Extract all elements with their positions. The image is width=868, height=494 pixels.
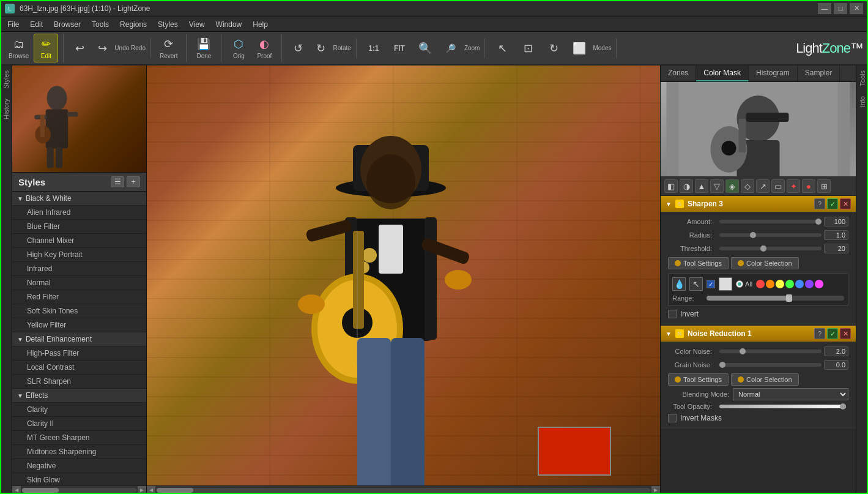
radius-value[interactable]: 1.0 — [824, 230, 848, 240]
scroll-left-button[interactable]: ◀ — [12, 486, 21, 495]
radius-slider[interactable] — [719, 233, 822, 237]
style-clarity[interactable]: Clarity — [12, 403, 146, 417]
zoom-fit-button[interactable]: FIT — [387, 42, 412, 55]
style-midtones-sharpening[interactable]: Midtones Sharpening — [12, 445, 146, 459]
noise-icon[interactable]: ⊞ — [817, 179, 831, 193]
noise-enable-button[interactable]: ✓ — [827, 328, 838, 339]
rotate-cw-button[interactable]: ↻ — [310, 39, 332, 58]
levels-icon[interactable]: ▭ — [771, 179, 785, 193]
tab-color-mask[interactable]: Color Mask — [696, 65, 749, 81]
magenta-dot[interactable] — [815, 280, 823, 288]
amount-value[interactable]: 100 — [824, 217, 848, 226]
color2-icon[interactable]: ◇ — [741, 179, 754, 193]
red-icon[interactable]: ● — [802, 179, 815, 193]
cursor-icon[interactable]: ↖ — [689, 277, 703, 291]
style-alien-infrared[interactable]: Alien Infrared — [12, 206, 146, 220]
redo-button[interactable]: ↪ — [91, 39, 113, 58]
sharpen-tool-settings-button[interactable]: Tool Settings — [668, 257, 729, 269]
maximize-button[interactable]: □ — [834, 3, 847, 14]
noise-help-button[interactable]: ? — [814, 328, 825, 339]
menu-edit[interactable]: Edit — [25, 19, 48, 30]
info-side-label[interactable]: Info — [858, 91, 867, 112]
grain-noise-value[interactable]: 0.0 — [824, 360, 848, 370]
orig-button[interactable]: ⬡ Orig — [226, 34, 251, 62]
zoom-in-button[interactable]: 🔍 — [413, 39, 437, 58]
red-dot[interactable] — [756, 280, 765, 288]
style-negative[interactable]: Negative — [12, 459, 146, 473]
tab-histogram[interactable]: Histogram — [749, 65, 798, 81]
brightness-icon[interactable]: ◑ — [680, 179, 693, 193]
styles-list[interactable]: ▼ Black & White Alien Infrared Blue Filt… — [12, 192, 146, 485]
threshold-value[interactable]: 20 — [824, 244, 848, 253]
color-noise-slider[interactable] — [719, 350, 822, 353]
hscroll-track[interactable] — [22, 488, 136, 493]
select-mode-button[interactable]: ↖ — [490, 39, 514, 58]
color-icon[interactable]: ◈ — [725, 179, 739, 193]
minimize-button[interactable]: — — [818, 3, 831, 14]
browse-button[interactable]: 🗂 Browse — [5, 34, 32, 62]
threshold-slider[interactable] — [719, 247, 822, 250]
sharpen-color-selection-button[interactable]: Color Selection — [731, 257, 799, 269]
range-slider[interactable] — [707, 296, 844, 301]
done-button[interactable]: 💾 Done — [191, 34, 216, 62]
style-clarity-ii[interactable]: Clarity II — [12, 417, 146, 431]
orange-dot[interactable] — [766, 280, 774, 288]
menu-help[interactable]: Help — [248, 19, 273, 30]
zoom-1to1-button[interactable]: 1:1 — [362, 42, 386, 55]
menu-window[interactable]: Window — [211, 19, 247, 30]
rotate-mode-button[interactable]: ↻ — [541, 39, 566, 58]
menu-regions[interactable]: Regions — [115, 19, 152, 30]
undo-button[interactable]: ↩ — [69, 39, 91, 58]
crop-mode-button[interactable]: ⊡ — [516, 39, 540, 58]
style-skin-glow[interactable]: Skin Glow — [12, 473, 146, 485]
styles-add-button[interactable]: + — [127, 176, 140, 187]
style-highpass-filter[interactable]: High-Pass Filter — [12, 346, 146, 361]
styles-list-view-button[interactable]: ☰ — [111, 176, 124, 187]
tab-zones[interactable]: Zones — [661, 65, 696, 81]
noise-panel-header[interactable]: ▼ N Noise Reduction 1 ? ✓ ✕ — [661, 326, 856, 342]
menu-view[interactable]: View — [184, 19, 210, 30]
style-mt-green-sharpen[interactable]: MT Green Sharpen — [12, 431, 146, 445]
tools-side-label[interactable]: Tools — [858, 65, 867, 91]
menu-file[interactable]: File — [2, 19, 24, 30]
category-detail-enhancement[interactable]: ▼ Detail Enhancement — [12, 332, 146, 346]
opacity-slider[interactable] — [719, 405, 846, 408]
style-channel-mixer[interactable]: Channel Mixer — [12, 234, 146, 248]
eyedropper-icon[interactable]: 💧 — [672, 277, 686, 291]
category-effects[interactable]: ▼ Effects — [12, 389, 146, 403]
canvas-hscroll-track[interactable] — [157, 488, 650, 493]
sharpen-panel-header[interactable]: ▼ S Sharpen 3 ? ✓ ✕ — [661, 196, 856, 212]
style-yellow-filter[interactable]: Yellow Filter — [12, 318, 146, 332]
style-normal[interactable]: Normal — [12, 276, 146, 290]
menu-browser[interactable]: Browser — [49, 19, 86, 30]
blue-dot[interactable] — [795, 280, 804, 288]
sharpen-close-button[interactable]: ✕ — [840, 198, 851, 209]
sharpen-help-button[interactable]: ? — [814, 198, 825, 209]
blending-mode-select[interactable]: Normal Luminosity Color Multiply Screen … — [733, 388, 848, 400]
edit-button[interactable]: ✏ Edit — [34, 34, 58, 62]
yellow-dot[interactable] — [776, 280, 784, 288]
history-side-label[interactable]: History — [1, 94, 11, 124]
rotate-ccw-button[interactable]: ↺ — [287, 39, 309, 58]
invert-masks-checkbox[interactable] — [668, 414, 677, 422]
menu-tools[interactable]: Tools — [87, 19, 114, 30]
canvas-scroll-left[interactable]: ◀ — [147, 486, 155, 495]
tab-sampler[interactable]: Sampler — [798, 65, 840, 81]
region-mode-button[interactable]: ⬜ — [567, 39, 592, 58]
amount-slider[interactable] — [719, 220, 822, 223]
style-local-contrast[interactable]: Local Contrast — [12, 361, 146, 375]
style-slr-sharpen[interactable]: SLR Sharpen — [12, 375, 146, 389]
canvas-area[interactable]: ◀ ▶ — [147, 65, 660, 494]
noise-close-button[interactable]: ✕ — [840, 328, 851, 339]
color-noise-value[interactable]: 2.0 — [824, 346, 848, 356]
green-dot[interactable] — [785, 280, 794, 288]
styles-side-label[interactable]: Styles — [1, 65, 11, 94]
menu-styles[interactable]: Styles — [153, 19, 183, 30]
noise-tool-settings-button[interactable]: Tool Settings — [668, 373, 729, 386]
zone-tool-icon[interactable]: ◧ — [664, 179, 678, 193]
color-sel-checkbox[interactable] — [707, 280, 715, 288]
all-radio[interactable]: All — [736, 280, 752, 288]
proof-button[interactable]: ◐ Proof — [252, 34, 276, 62]
hsl-icon[interactable]: ▲ — [695, 179, 708, 193]
zoom-out-button[interactable]: 🔎 — [439, 39, 463, 58]
